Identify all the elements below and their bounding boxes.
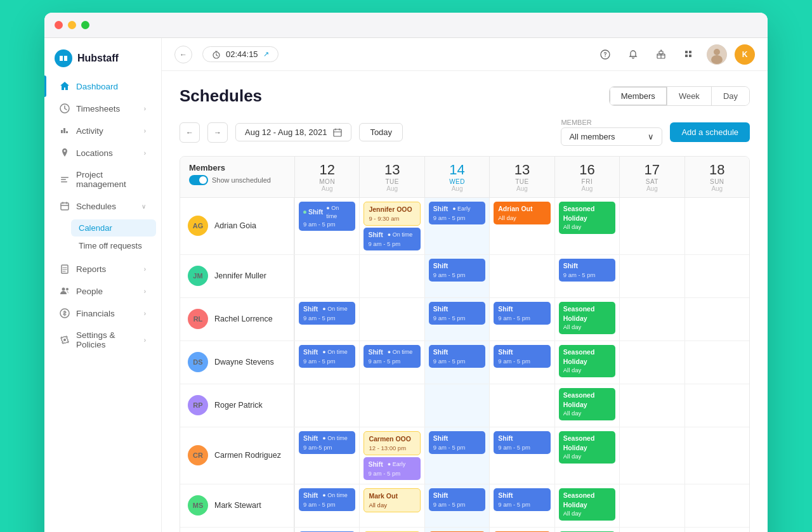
shift-block[interactable]: Shift 9 am - 5 pm [494, 431, 550, 454]
day-cell-mark-6[interactable] [684, 484, 749, 527]
next-week-button[interactable]: → [207, 122, 228, 143]
day-cell-sharon-4[interactable]: Seasoned Holiday All day [554, 528, 619, 532]
day-cell-jennifer-0[interactable] [294, 255, 359, 297]
shift-block[interactable]: Shift 9 am - 5 pm [429, 302, 485, 325]
help-button[interactable] [595, 44, 615, 65]
sidebar-item-financials[interactable]: Financials › [49, 302, 156, 324]
sidebar-item-people[interactable]: People › [49, 280, 156, 302]
day-cell-sharon-5[interactable] [619, 528, 684, 532]
day-cell-sharon-6[interactable] [684, 528, 749, 532]
day-cell-rachel-3[interactable]: Shift 9 am - 5 pm [489, 298, 554, 341]
day-cell-roger-2[interactable] [424, 384, 489, 427]
sidebar-item-dashboard[interactable]: Dashboard [49, 75, 156, 97]
day-cell-mark-5[interactable] [619, 484, 684, 527]
sidebar-item-timesheets[interactable]: Timesheets › [49, 98, 156, 119]
sidebar-item-project-management[interactable]: Project management [49, 164, 156, 195]
minimize-button[interactable] [68, 21, 76, 29]
day-cell-carmen-1[interactable]: Carmen OOO 12 - 13:00 pm Shift● Early 9 … [359, 427, 424, 484]
member-select-dropdown[interactable]: All members ∨ [561, 127, 662, 146]
day-cell-rachel-1[interactable] [359, 298, 424, 341]
shift-block[interactable]: Shift● On time 9 am - 5 pm [299, 202, 355, 231]
shift-block[interactable]: Shift● On time 9 am - 5 pm [363, 228, 420, 250]
day-cell-dwayne-4[interactable]: Seasoned Holiday All day [554, 341, 619, 384]
day-cell-sharon-1[interactable]: Sharon Out All day [359, 528, 424, 532]
day-cell-adrian-4[interactable]: Seasoned Holiday All day [554, 198, 619, 254]
shift-block[interactable]: Seasoned Holiday All day [559, 488, 615, 521]
sidebar-item-locations[interactable]: Locations › [49, 142, 156, 164]
day-cell-jennifer-2[interactable]: Shift 9 am - 5 pm [424, 255, 489, 297]
sidebar-item-activity[interactable]: Activity › [49, 120, 156, 141]
day-cell-adrian-1[interactable]: Jennifer OOO 9 - 9:30 am Shift● On time … [359, 198, 424, 254]
shift-block[interactable]: Carmen OOO 12 - 13:00 pm [363, 431, 420, 455]
today-button[interactable]: Today [359, 123, 403, 141]
unscheduled-toggle-switch[interactable] [189, 175, 208, 185]
shift-block[interactable]: Shift 9 am - 5 pm [429, 488, 485, 511]
sidebar-item-schedules[interactable]: Schedules ∨ [49, 195, 156, 217]
back-button[interactable]: ← [174, 46, 192, 63]
timer-box[interactable]: 02:44:15 ↗ [202, 46, 278, 62]
day-cell-mark-0[interactable]: Shift● On time 9 am - 5 pm [294, 484, 359, 527]
day-cell-rachel-6[interactable] [684, 298, 749, 341]
notifications-button[interactable] [623, 44, 643, 65]
day-cell-roger-6[interactable] [684, 384, 749, 427]
shift-block[interactable]: Shift● On time 9 am - 5 pm [299, 488, 355, 511]
shift-block[interactable]: Seasoned Holiday All day [559, 388, 615, 420]
day-cell-rachel-5[interactable] [619, 298, 684, 341]
day-cell-roger-0[interactable] [294, 384, 359, 427]
day-cell-dwayne-3[interactable]: Shift 9 am - 5 pm [489, 341, 554, 384]
day-cell-jennifer-5[interactable] [619, 255, 684, 297]
shift-block[interactable]: Shift● On time 9 am - 5 pm [363, 345, 420, 368]
shift-block[interactable]: Seasoned Holiday All day [559, 431, 615, 464]
shift-block[interactable]: Shift● On time 9 am-5 pm [299, 431, 355, 454]
date-range-picker[interactable]: Aug 12 - Aug 18, 2021 [235, 123, 351, 141]
user-avatar[interactable] [707, 44, 727, 65]
day-cell-roger-1[interactable] [359, 384, 424, 427]
prev-week-button[interactable]: ← [180, 122, 200, 143]
day-cell-rachel-4[interactable]: Seasoned Holiday All day [554, 298, 619, 341]
sidebar-item-settings[interactable]: Settings & Policies › [49, 325, 156, 355]
shift-block[interactable]: Jennifer OOO 9 - 9:30 am [363, 202, 420, 226]
day-cell-mark-2[interactable]: Shift 9 am - 5 pm [424, 484, 489, 527]
day-cell-carmen-5[interactable] [619, 427, 684, 484]
day-cell-sharon-3[interactable]: Sharon Out All day [489, 528, 554, 532]
day-cell-carmen-0[interactable]: Shift● On time 9 am-5 pm [294, 427, 359, 484]
shift-block[interactable]: Shift 9 am - 5 pm [429, 345, 485, 368]
shift-block[interactable]: Shift● Early 9 am - 5 pm [363, 457, 420, 480]
day-cell-adrian-0[interactable]: Shift● On time 9 am - 5 pm [294, 198, 359, 254]
shift-block[interactable]: Shift 9 am - 5 pm [494, 488, 550, 511]
day-cell-jennifer-1[interactable] [359, 255, 424, 297]
day-cell-dwayne-6[interactable] [684, 341, 749, 384]
tab-day[interactable]: Day [712, 87, 749, 105]
day-cell-rachel-0[interactable]: Shift● On time 9 am - 5 pm [294, 298, 359, 341]
day-cell-adrian-3[interactable]: Adrian Out All day [489, 198, 554, 254]
day-cell-mark-3[interactable]: Shift 9 am - 5 pm [489, 484, 554, 527]
add-schedule-button[interactable]: Add a schedule [670, 122, 750, 142]
day-cell-dwayne-0[interactable]: Shift● On time 9 am - 5 pm [294, 341, 359, 384]
day-cell-adrian-6[interactable] [684, 198, 749, 254]
tab-members[interactable]: Members [610, 87, 667, 105]
gift-button[interactable] [651, 44, 671, 65]
day-cell-roger-5[interactable] [619, 384, 684, 427]
day-cell-dwayne-2[interactable]: Shift 9 am - 5 pm [424, 341, 489, 384]
subnav-item-calendar[interactable]: Calendar [71, 219, 156, 237]
shift-block[interactable]: Shift● On time 9 am - 5 pm [299, 345, 355, 368]
day-cell-jennifer-4[interactable]: Shift 9 am - 5 pm [554, 255, 619, 297]
day-cell-adrian-5[interactable] [619, 198, 684, 254]
shift-block[interactable]: Shift 9 am - 5 pm [429, 259, 485, 282]
shift-block[interactable]: Seasoned Holiday All day [559, 302, 615, 334]
day-cell-carmen-2[interactable]: Shift 9 am - 5 pm [424, 427, 489, 484]
shift-block[interactable]: Shift 9 am - 5 pm [429, 431, 485, 454]
day-cell-carmen-4[interactable]: Seasoned Holiday All day [554, 427, 619, 484]
day-cell-sharon-0[interactable]: Shift● Late 9 am - 5 pm [294, 528, 359, 532]
sidebar-logo[interactable]: Hubstaff [44, 38, 161, 75]
day-cell-rachel-2[interactable]: Shift 9 am - 5 pm [424, 298, 489, 341]
shift-block[interactable]: Shift 9 am - 5 pm [494, 345, 550, 368]
close-button[interactable] [55, 21, 63, 29]
day-cell-dwayne-1[interactable]: Shift● On time 9 am - 5 pm [359, 341, 424, 384]
day-cell-roger-4[interactable]: Seasoned Holiday All day [554, 384, 619, 427]
sidebar-item-reports[interactable]: Reports › [49, 258, 156, 280]
maximize-button[interactable] [81, 21, 89, 29]
subnav-item-time-off[interactable]: Time off requests [71, 237, 156, 254]
day-cell-mark-4[interactable]: Seasoned Holiday All day [554, 484, 619, 527]
shift-block[interactable]: Seasoned Holiday All day [559, 345, 615, 377]
